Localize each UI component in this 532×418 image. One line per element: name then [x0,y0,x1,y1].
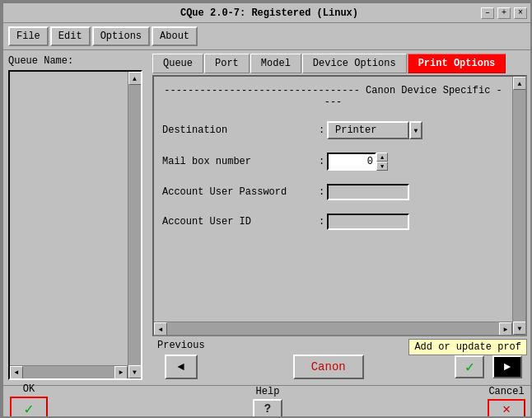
cancel-section: Cancel ✕ [488,386,525,419]
title-bar: CQue 2.0-7: Registered (Linux) – + × [3,3,532,23]
tab-bar: Queue Port Model Device Options Print Op… [152,54,527,73]
cancel-button[interactable]: ✕ [488,399,525,419]
maximize-button[interactable]: + [497,7,511,19]
destination-row: Destination : Printer ▼ [162,121,504,139]
scroll-right-btn[interactable]: ► [114,366,128,379]
content-scroll-track-h [167,322,499,336]
tab-device-options[interactable]: Device Options [302,54,407,73]
arrow-right-icon: ► [504,360,511,373]
footer-bar: OK ✓ Help ? Cancel ✕ [3,385,532,418]
window-title: CQue 2.0-7: Registered (Linux) [58,7,481,19]
canon-button[interactable]: Canon [293,355,364,379]
inner-content: --------------------------------- Canon … [154,77,512,322]
account-password-control [327,184,504,200]
ok-section: OK ✓ [10,383,48,419]
queue-list[interactable]: ▲ ▼ ◄ ► [8,70,142,380]
account-password-row: Account User Password : [162,184,504,200]
right-panel: Queue Port Model Device Options Print Op… [147,50,532,385]
bottom-bar: Previous ◄ Canon Create ✓ [152,336,527,382]
content-scroll-down[interactable]: ▼ [513,322,526,335]
account-id-control [327,214,504,230]
menu-bar: File Edit Options About [3,23,532,50]
scroll-track-h [23,366,114,379]
previous-button[interactable]: ◄ [165,355,198,379]
destination-value: Printer [335,124,401,136]
queue-name-label: Queue Name: [8,55,142,67]
scroll-left-btn[interactable]: ◄ [10,366,23,379]
account-id-input[interactable] [327,214,409,230]
arrow-left-icon: ◄ [178,360,184,373]
mailbox-spinbox: ▲ ▼ [327,153,388,171]
mailbox-spin-down[interactable]: ▼ [376,162,388,171]
tab-port[interactable]: Port [204,54,250,73]
destination-control: Printer ▼ [327,121,504,139]
window-controls: – + × [481,7,527,19]
mailbox-row: Mail box number : ▲ ▼ [162,153,504,171]
queue-scrollbar-h[interactable]: ◄ ► [10,365,128,378]
mailbox-input[interactable] [327,153,376,171]
create-button[interactable]: ✓ [455,355,484,378]
content-scroll-up[interactable]: ▲ [513,77,526,90]
content-scroll-track-v [513,90,526,322]
mailbox-label: Mail box number [162,156,319,167]
scroll-track-v [128,85,142,365]
help-button[interactable]: ? [253,399,282,419]
destination-dropdown[interactable]: Printer [327,121,409,139]
next-button[interactable]: ► [492,355,522,378]
checkmark-icon: ✓ [465,358,474,376]
mailbox-control: ▲ ▼ [327,153,504,171]
content-scroll-left[interactable]: ◄ [154,322,167,336]
sidebar: Queue Name: ▲ ▼ ◄ ► [3,50,147,385]
ok-checkmark-icon: ✓ [25,400,34,418]
tooltip-popup: Add or update prof [408,339,527,355]
account-id-label: Account User ID [162,216,319,228]
help-section: Help ? [253,386,282,419]
tab-model[interactable]: Model [250,54,301,73]
close-button[interactable]: × [514,7,527,19]
mailbox-spin-btns: ▲ ▼ [376,153,388,171]
menu-edit[interactable]: Edit [50,26,91,46]
queue-scrollbar-v[interactable]: ▲ ▼ [128,72,141,378]
account-password-input[interactable] [327,184,409,200]
minimize-button[interactable]: – [481,7,494,19]
menu-file[interactable]: File [8,26,49,46]
menu-options[interactable]: Options [92,26,150,46]
content-scrollbar-v[interactable]: ▲ ▼ [512,77,525,335]
scroll-down-btn[interactable]: ▼ [128,365,142,378]
cancel-label: Cancel [488,386,524,397]
account-id-row: Account User ID : [162,214,504,230]
section-title: --------------------------------- Canon … [162,85,504,108]
tab-print-options[interactable]: Print Options [408,54,506,73]
destination-arrow[interactable]: ▼ [409,121,422,139]
menu-about[interactable]: About [152,26,198,46]
help-label: Help [256,386,280,397]
destination-label: Destination [162,124,319,136]
ok-label: OK [23,383,35,395]
previous-section: Previous ◄ [157,340,205,379]
tab-queue[interactable]: Queue [152,54,203,73]
content-scroll-right[interactable]: ► [499,322,512,336]
mailbox-spin-up[interactable]: ▲ [376,153,388,162]
cancel-x-icon: ✕ [502,401,511,417]
scroll-up-btn[interactable]: ▲ [128,72,142,85]
content-area: ▲ ▼ ◄ ► --------------------------------… [152,75,527,336]
ok-button[interactable]: ✓ [10,397,48,419]
content-scrollbar-h[interactable]: ◄ ► [154,322,512,335]
account-password-label: Account User Password [162,186,319,198]
previous-label: Previous [157,340,205,351]
